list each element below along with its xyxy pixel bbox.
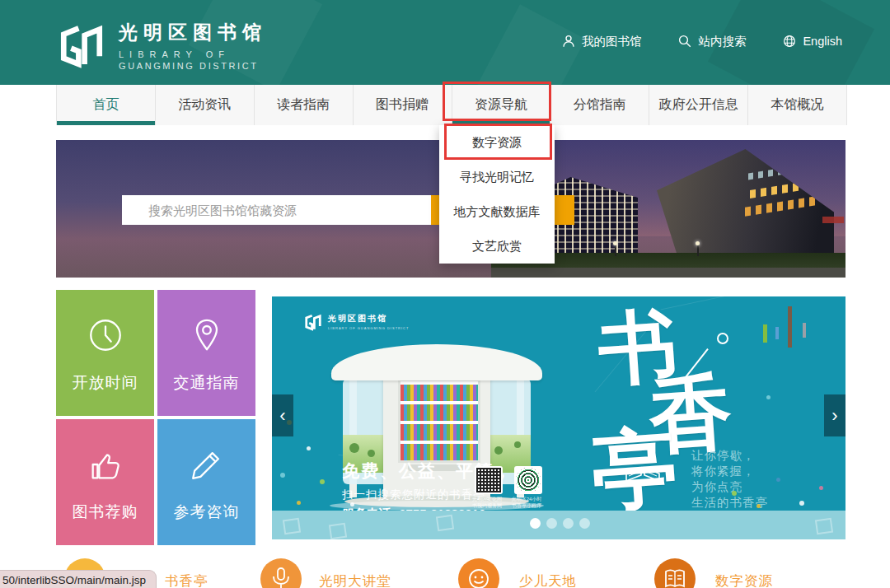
tile-book-recommendation[interactable]: 图书荐购 [56, 419, 154, 545]
logo-subtitle-1: LIBRARY OF [119, 49, 267, 59]
carousel-next-button[interactable]: › [824, 394, 846, 436]
mural-tree [349, 443, 359, 453]
user-icon [561, 33, 576, 49]
site-header: 光明区图书馆 LIBRARY OF GUANGMING DISTRICT 我的图… [0, 0, 890, 85]
search-icon [677, 34, 692, 49]
pager-dot-3[interactable] [563, 518, 574, 529]
carousel-logo: 光明区图书馆 LIBRARY OF GUANGMING DISTRICT [303, 313, 409, 331]
my-library-link[interactable]: 我的图书馆 [561, 33, 642, 49]
english-link[interactable]: English [782, 34, 842, 49]
tile-opening-hours[interactable]: 开放时间 [56, 290, 154, 416]
needle-doodle-head [717, 333, 728, 344]
nav-item-branch-guide[interactable]: 分馆指南 [550, 85, 649, 125]
smiley-icon [467, 567, 490, 588]
kiosk-bookshelf [398, 379, 480, 463]
mural-tree [368, 450, 375, 457]
tile-reference-consultation[interactable]: 参考咨询 [157, 419, 255, 545]
carousel-prev-button[interactable]: ‹ [272, 394, 293, 436]
carousel-logo-sub: LIBRARY OF GUANGMING DISTRICT [328, 326, 409, 330]
thumbs-up-icon [87, 446, 124, 483]
carousel-pager [530, 518, 590, 529]
right-text-line: 将你紧握， [691, 464, 768, 479]
quicklink-label-lecture-hall[interactable]: 光明大讲堂 [319, 572, 391, 588]
qr-caption-line: 光明区24小时 [508, 496, 546, 502]
browser-status-bar: 50/interlibSSO/main/main.jsp [0, 570, 157, 588]
dropdown-item-local-literature-db[interactable]: 地方文献数据库 [439, 194, 555, 229]
decor-bar [788, 306, 792, 348]
gm-logo-icon [56, 21, 107, 69]
open-book-icon [663, 568, 686, 588]
library-logo[interactable]: 光明区图书馆 LIBRARY OF GUANGMING DISTRICT [56, 20, 267, 71]
open-book-doodle [625, 466, 661, 486]
qr-caption: 光明区24小时 书香亭小程序 [508, 496, 546, 510]
decor-bar [775, 327, 779, 339]
pager-dot-1[interactable] [530, 518, 541, 529]
tile-label: 开放时间 [73, 372, 138, 394]
qr-caption: 光明区文化图 书预约服务网 [468, 496, 506, 510]
right-text-line: 让你停歇， [691, 448, 768, 464]
site-search-link[interactable]: 站内搜索 [677, 34, 746, 49]
quicklink-children-zone[interactable] [458, 558, 499, 588]
carousel-logo-title: 光明区图书馆 [328, 313, 409, 324]
decor-dot [799, 501, 804, 506]
dropdown-item-digital-resources[interactable]: 数字资源 [439, 125, 555, 160]
decor-line [661, 296, 782, 310]
right-text-line: 生活的书香亭 [691, 495, 768, 511]
hero-carousel: 光明区图书馆 LIBRARY OF GUANGMING DISTRICT [272, 296, 846, 539]
window-lights [745, 196, 816, 217]
qr-pattern [476, 468, 501, 492]
gm-watermark [815, 518, 833, 535]
pager-dot-4[interactable] [579, 518, 590, 529]
decor-dot [280, 473, 285, 478]
qr-pattern [516, 468, 541, 492]
nav-item-gov-info[interactable]: 政府公开信息 [649, 85, 748, 125]
nav-item-about[interactable]: 本馆概况 [748, 85, 846, 125]
qr-code-service-site [475, 466, 503, 494]
quicklink-digital-resources[interactable] [654, 558, 696, 588]
nav-item-reader-guide[interactable]: 读者指南 [255, 85, 354, 125]
red-sign [822, 217, 844, 223]
decor-bar [763, 324, 767, 343]
decor-dot [776, 478, 780, 482]
logo-title: 光明区图书馆 [119, 20, 267, 45]
quicklink-label-children-zone[interactable]: 少儿天地 [519, 572, 577, 588]
pin-icon [188, 316, 226, 354]
status-url: 50/interlibSSO/main/main.jsp [2, 574, 146, 586]
decor-dot [732, 491, 737, 496]
decor-dot [350, 502, 354, 506]
nav-item-resource-navigation[interactable]: 资源导航 [452, 85, 551, 125]
catalog-search-input[interactable] [122, 195, 431, 225]
carousel-pager-strip [272, 511, 846, 539]
quicklink-label-digital-resources[interactable]: 数字资源 [715, 572, 773, 588]
header-links: 我的图书馆 站内搜索 English [561, 33, 842, 49]
dropdown-item-guangming-memory[interactable]: 寻找光明记忆 [439, 160, 555, 194]
nav-item-book-donation[interactable]: 图书捐赠 [354, 85, 452, 125]
quicklink-lecture-hall[interactable] [260, 558, 302, 588]
decor-dot [297, 501, 301, 505]
qr-caption-line: 书预约服务网 [468, 502, 506, 509]
decor-dot [756, 504, 761, 508]
quick-tiles: 开放时间 交通指南 图书荐购 参考咨询 [56, 290, 255, 545]
nav-item-home[interactable]: 首页 [57, 85, 156, 125]
kiosk-roof [331, 344, 542, 380]
site-search-label: 站内搜索 [698, 34, 746, 49]
tile-traffic-guide[interactable]: 交通指南 [157, 290, 255, 416]
quicklink-label-pavilion[interactable]: 书香亭 [165, 572, 208, 588]
gm-logo-icon [303, 313, 323, 331]
carousel-right-text: 让你停歇， 将你紧握， 为你点亮 生活的书香亭 [691, 448, 768, 511]
english-label: English [803, 35, 842, 48]
decor-dot [320, 479, 325, 484]
resource-nav-dropdown: 数字资源 寻找光明记忆 地方文献数据库 文艺欣赏 [439, 125, 555, 264]
mural-tree [494, 446, 503, 455]
right-text-line: 为你点亮 [691, 479, 768, 495]
clock-icon [87, 316, 124, 354]
decor-dot [766, 395, 771, 399]
gm-watermark [436, 515, 454, 532]
tile-label: 参考咨询 [174, 502, 240, 523]
street-lamp [697, 245, 699, 256]
globe-icon [782, 34, 797, 49]
pager-dot-2[interactable] [546, 518, 557, 529]
nav-item-activities[interactable]: 活动资讯 [156, 85, 255, 125]
plaza [491, 268, 846, 278]
dropdown-item-arts-appreciation[interactable]: 文艺欣赏 [439, 229, 555, 264]
